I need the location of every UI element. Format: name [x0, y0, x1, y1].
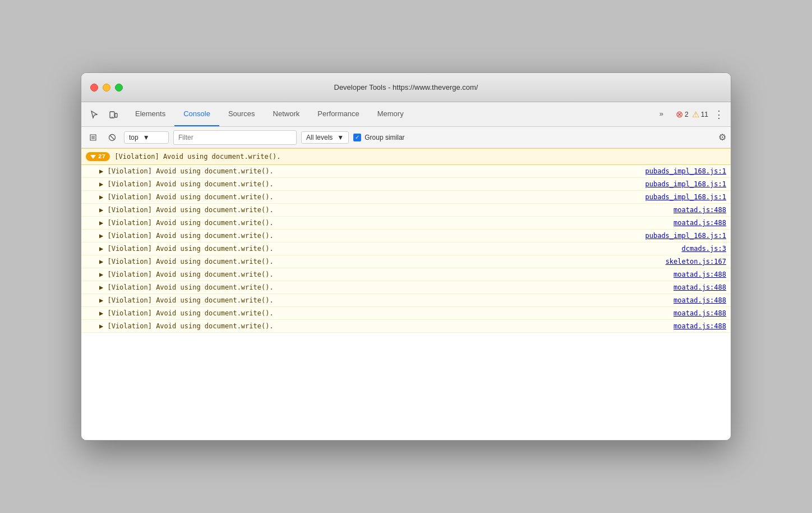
table-row: ▶ [Violation] Avoid using document.write… — [81, 255, 731, 268]
row-message: ▶ [Violation] Avoid using document.write… — [99, 232, 645, 240]
console-toolbar: top ▼ All levels ▼ ✓ Group similar ⚙ — [81, 127, 731, 148]
row-message: ▶ [Violation] Avoid using document.write… — [99, 322, 673, 330]
table-row: ▶ [Violation] Avoid using document.write… — [81, 294, 731, 307]
warning-badge: ⚠ 11 — [692, 109, 708, 120]
cursor-icon — [90, 110, 99, 119]
group-similar-checkbox[interactable]: ✓ — [353, 134, 361, 141]
row-source-link[interactable]: pubads_impl_168.js:1 — [645, 167, 727, 175]
clear-console-button[interactable] — [86, 130, 100, 145]
close-button[interactable] — [90, 84, 98, 91]
play-icon — [89, 134, 97, 141]
row-source-link[interactable]: moatad.js:488 — [673, 309, 726, 317]
console-rows-container: ▶ [Violation] Avoid using document.write… — [81, 165, 731, 333]
svg-point-2 — [112, 116, 113, 117]
violation-group-header[interactable]: 27 [Violation] Avoid using document.writ… — [81, 148, 731, 165]
error-badge: ⊗ 2 — [676, 109, 689, 120]
row-source-link[interactable]: moatad.js:488 — [673, 322, 726, 330]
row-source-link[interactable]: moatad.js:488 — [673, 283, 726, 291]
maximize-button[interactable] — [115, 84, 123, 91]
table-row: ▶ [Violation] Avoid using document.write… — [81, 217, 731, 230]
row-source-link[interactable]: skeleton.js:167 — [666, 258, 726, 265]
warning-count: 11 — [701, 111, 708, 118]
filter-input[interactable] — [173, 130, 297, 145]
expand-icon — [90, 155, 96, 159]
group-similar-container: ✓ Group similar — [353, 134, 714, 141]
error-count: 2 — [685, 111, 689, 118]
tab-memory[interactable]: Memory — [368, 102, 413, 126]
tab-performance[interactable]: Performance — [308, 102, 368, 126]
row-source-link[interactable]: moatad.js:488 — [673, 219, 726, 227]
table-row: ▶ [Violation] Avoid using document.write… — [81, 204, 731, 217]
console-content: 27 [Violation] Avoid using document.writ… — [81, 148, 731, 440]
row-message: ▶ [Violation] Avoid using document.write… — [99, 180, 645, 188]
table-row: ▶ [Violation] Avoid using document.write… — [81, 281, 731, 294]
tab-elements[interactable]: Elements — [126, 102, 174, 126]
window-title: Developer Tools - https://www.theverge.c… — [334, 83, 478, 91]
row-source-link[interactable]: dcmads.js:3 — [682, 245, 726, 253]
tab-network[interactable]: Network — [264, 102, 309, 126]
chevron-down-icon: ▼ — [143, 134, 150, 141]
group-similar-label: Group similar — [365, 134, 404, 141]
inspect-element-button[interactable] — [86, 106, 103, 123]
devtools-window: Developer Tools - https://www.theverge.c… — [81, 72, 731, 441]
level-selector[interactable]: All levels ▼ — [301, 131, 349, 144]
console-settings-button[interactable]: ⚙ — [718, 132, 726, 143]
table-row: ▶ [Violation] Avoid using document.write… — [81, 320, 731, 333]
row-message: ▶ [Violation] Avoid using document.write… — [99, 245, 682, 253]
context-selector[interactable]: top ▼ — [124, 131, 169, 144]
row-source-link[interactable]: pubads_impl_168.js:1 — [645, 180, 727, 188]
tabbar-right-controls: » ⊗ 2 ⚠ 11 ⋮ — [650, 102, 726, 126]
row-source-link[interactable]: moatad.js:488 — [673, 206, 726, 214]
tabbar-left-controls — [86, 102, 122, 126]
device-icon — [109, 110, 118, 119]
row-source-link[interactable]: pubads_impl_168.js:1 — [645, 193, 727, 201]
device-mode-button[interactable] — [105, 106, 122, 123]
level-chevron-icon: ▼ — [337, 134, 344, 141]
table-row: ▶ [Violation] Avoid using document.write… — [81, 230, 731, 242]
row-message: ▶ [Violation] Avoid using document.write… — [99, 258, 666, 265]
table-row: ▶ [Violation] Avoid using document.write… — [81, 191, 731, 204]
row-message: ▶ [Violation] Avoid using document.write… — [99, 296, 673, 304]
row-message: ▶ [Violation] Avoid using document.write… — [99, 206, 673, 214]
warning-icon: ⚠ — [692, 109, 699, 120]
violation-count: 27 — [98, 153, 105, 160]
titlebar: Developer Tools - https://www.theverge.c… — [81, 73, 731, 102]
tabs-container: Elements Console Sources Network Perform… — [126, 102, 646, 126]
tab-sources[interactable]: Sources — [219, 102, 264, 126]
row-message: ▶ [Violation] Avoid using document.write… — [99, 219, 673, 227]
row-source-link[interactable]: pubads_impl_168.js:1 — [645, 232, 727, 240]
row-message: ▶ [Violation] Avoid using document.write… — [99, 193, 645, 201]
row-source-link[interactable]: moatad.js:488 — [673, 296, 726, 304]
table-row: ▶ [Violation] Avoid using document.write… — [81, 178, 731, 191]
violation-header-text: [Violation] Avoid using document.write()… — [114, 153, 280, 161]
table-row: ▶ [Violation] Avoid using document.write… — [81, 268, 731, 281]
block-icon — [108, 134, 116, 141]
row-message: ▶ [Violation] Avoid using document.write… — [99, 309, 673, 317]
table-row: ▶ [Violation] Avoid using document.write… — [81, 307, 731, 320]
svg-rect-1 — [115, 113, 117, 117]
tab-console[interactable]: Console — [174, 102, 219, 126]
table-row: ▶ [Violation] Avoid using document.write… — [81, 165, 731, 178]
settings-dots-button[interactable]: ⋮ — [712, 106, 726, 123]
minimize-button[interactable] — [103, 84, 110, 91]
row-message: ▶ [Violation] Avoid using document.write… — [99, 271, 673, 278]
tabbar: Elements Console Sources Network Perform… — [81, 102, 731, 127]
more-tabs-button[interactable]: » — [650, 109, 672, 119]
traffic-lights — [90, 84, 123, 91]
block-icon-button[interactable] — [105, 130, 119, 145]
row-message: ▶ [Violation] Avoid using document.write… — [99, 283, 673, 291]
row-source-link[interactable]: moatad.js:488 — [673, 271, 726, 278]
svg-line-8 — [110, 135, 114, 140]
table-row: ▶ [Violation] Avoid using document.write… — [81, 242, 731, 255]
row-message: ▶ [Violation] Avoid using document.write… — [99, 167, 645, 175]
violation-count-badge: 27 — [86, 152, 110, 161]
error-icon: ⊗ — [676, 109, 683, 120]
